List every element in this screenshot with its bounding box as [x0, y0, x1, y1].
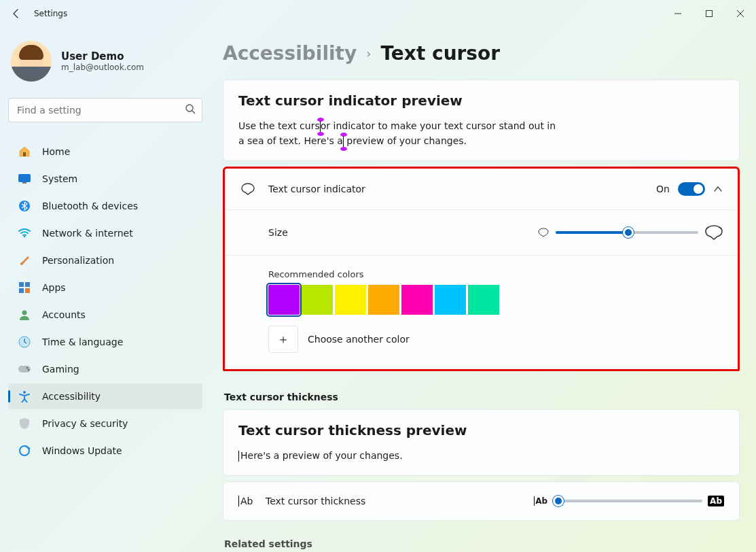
content: Accessibility › Text cursor Text cursor …	[211, 27, 756, 552]
search-input[interactable]	[8, 98, 202, 122]
avatar	[11, 41, 52, 82]
nav-label: System	[42, 173, 77, 184]
nav-label: Gaming	[42, 364, 79, 375]
apps-icon	[18, 281, 31, 294]
svg-rect-8	[22, 182, 26, 184]
window-controls	[662, 0, 756, 27]
nav-update[interactable]: Windows Update	[8, 438, 202, 464]
home-icon	[18, 145, 31, 158]
size-label: Size	[268, 227, 288, 238]
chevron-up-icon[interactable]	[713, 184, 723, 194]
text-cursor-indicator-demo	[320, 121, 321, 132]
thickness-cursor-demo	[238, 451, 239, 462]
breadcrumb-parent[interactable]: Accessibility	[223, 42, 357, 65]
minimize-button[interactable]	[662, 0, 694, 27]
svg-line-5	[192, 111, 195, 114]
text-cursor-indicator-demo	[343, 136, 344, 147]
svg-point-18	[26, 367, 29, 369]
profile-name: User Demo	[61, 50, 144, 63]
breadcrumb-current: Text cursor	[380, 42, 500, 65]
nav-label: Home	[42, 146, 70, 157]
nav-accounts[interactable]: Accounts	[8, 302, 202, 328]
thickness-slider[interactable]	[553, 500, 702, 502]
add-color-button[interactable]: ＋	[268, 326, 298, 353]
nav-label: Network & internet	[42, 228, 133, 239]
preview-text: Use the text cursor indicator to make yo…	[238, 118, 564, 148]
thickness-label: Text cursor thickness	[266, 496, 365, 506]
nav-label: Accounts	[42, 309, 86, 320]
breadcrumb: Accessibility › Text cursor	[223, 42, 740, 65]
preview-title: Text cursor indicator preview	[238, 92, 724, 109]
indicator-label: Text cursor indicator	[268, 184, 365, 194]
nav-label: Apps	[42, 282, 66, 293]
svg-rect-12	[25, 282, 30, 287]
svg-point-15	[22, 311, 27, 315]
toggle-state: On	[656, 184, 670, 194]
color-swatch[interactable]	[268, 285, 300, 315]
maximize-button[interactable]	[694, 0, 725, 27]
thickness-row-card: Ab Text cursor thickness Ab Ab	[223, 481, 740, 521]
search-icon	[185, 103, 196, 114]
nav-label: Time & language	[42, 337, 123, 347]
svg-point-19	[28, 369, 30, 371]
system-icon	[18, 172, 31, 186]
profile-block[interactable]: User Demo m_lab@outlook.com	[11, 41, 202, 82]
svg-rect-7	[18, 174, 31, 182]
cursor-indicator-icon	[240, 181, 256, 197]
svg-point-4	[186, 105, 193, 111]
profile-email: m_lab@outlook.com	[61, 63, 144, 72]
size-row: Size	[225, 210, 738, 256]
thickness-icon: Ab	[238, 496, 253, 506]
shield-icon	[18, 417, 31, 430]
color-swatch[interactable]	[401, 285, 433, 315]
related-settings-heading: Related settings	[224, 538, 740, 549]
nav-network[interactable]: Network & internet	[8, 220, 202, 246]
thickness-section-title: Text cursor thickness	[224, 392, 740, 402]
accessibility-icon	[18, 390, 31, 403]
update-icon	[18, 444, 31, 458]
titlebar: Settings	[0, 0, 756, 27]
nav-personalization[interactable]: Personalization	[8, 247, 202, 273]
svg-rect-14	[25, 288, 30, 293]
nav-apps[interactable]: Apps	[8, 275, 202, 300]
sidebar: User Demo m_lab@outlook.com Home System …	[0, 27, 211, 552]
close-button[interactable]	[725, 0, 756, 27]
bluetooth-icon	[18, 199, 31, 213]
nav-label: Windows Update	[42, 445, 122, 456]
nav-home[interactable]: Home	[8, 139, 202, 165]
color-swatches	[268, 285, 723, 315]
person-icon	[18, 308, 31, 322]
clock-icon	[18, 335, 31, 349]
nav-time[interactable]: Time & language	[8, 329, 202, 355]
svg-rect-13	[19, 288, 24, 293]
colors-block: Recommended colors ＋ Choose another colo…	[225, 256, 738, 369]
svg-rect-11	[19, 282, 24, 287]
thick-preview: Ab	[708, 496, 724, 506]
wifi-icon	[18, 226, 31, 240]
nav-gaming[interactable]: Gaming	[8, 356, 202, 382]
search-wrap	[8, 98, 202, 122]
color-swatch[interactable]	[368, 285, 399, 315]
size-large-icon	[705, 225, 723, 240]
color-swatch[interactable]	[435, 285, 466, 315]
thin-preview: Ab	[534, 496, 547, 506]
nav-system[interactable]: System	[8, 166, 202, 192]
nav-accessibility[interactable]: Accessibility	[8, 383, 202, 409]
color-swatch[interactable]	[302, 285, 333, 315]
another-color-row: ＋ Choose another color	[268, 326, 723, 353]
size-slider[interactable]	[556, 231, 698, 234]
color-swatch[interactable]	[468, 285, 499, 315]
color-swatch[interactable]	[335, 285, 366, 315]
indicator-preview-card: Text cursor indicator preview Use the te…	[223, 80, 740, 161]
thickness-preview-card: Text cursor thickness preview Here's a p…	[223, 409, 740, 476]
nav-label: Privacy & security	[42, 418, 128, 429]
window-title: Settings	[34, 9, 67, 18]
nav-bluetooth[interactable]: Bluetooth & devices	[8, 193, 202, 219]
nav-label: Bluetooth & devices	[42, 201, 138, 211]
svg-point-10	[24, 236, 26, 238]
svg-rect-1	[706, 11, 713, 17]
nav-privacy[interactable]: Privacy & security	[8, 411, 202, 436]
indicator-toggle[interactable]	[678, 182, 705, 196]
svg-point-20	[23, 391, 26, 394]
back-button[interactable]	[8, 5, 24, 22]
